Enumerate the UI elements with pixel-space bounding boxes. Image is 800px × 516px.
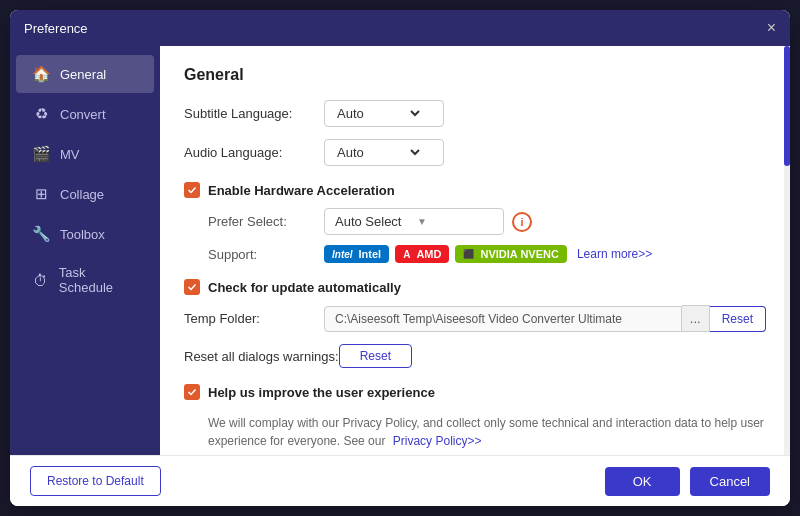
reset-dialogs-button[interactable]: Reset [339, 344, 412, 368]
audio-language-select[interactable]: Auto [324, 139, 444, 166]
restore-default-button[interactable]: Restore to Default [30, 466, 161, 496]
sidebar-item-label: Task Schedule [59, 265, 138, 295]
amd-badge: A AMD [395, 245, 449, 263]
subtitle-language-row: Subtitle Language: Auto [184, 100, 766, 127]
prefer-select-label: Prefer Select: [208, 214, 324, 229]
chevron-down-icon: ▼ [417, 216, 493, 227]
footer-right: OK Cancel [605, 467, 770, 496]
preference-window: Preference × 🏠 General ♻ Convert 🎬 MV ⊞ … [10, 10, 790, 506]
intel-icon: Intel [332, 249, 353, 260]
prefer-select-box[interactable]: Auto Select ▼ [324, 208, 504, 235]
check-update-label: Check for update automatically [208, 280, 401, 295]
intel-label: Intel [359, 248, 382, 260]
audio-language-label: Audio Language: [184, 145, 324, 160]
checkmark-icon [187, 185, 197, 195]
prefer-select-wrap: Auto Select ▼ i [324, 208, 532, 235]
privacy-policy-link[interactable]: Privacy Policy>> [393, 434, 482, 448]
prefer-select-row: Prefer Select: Auto Select ▼ i [184, 208, 766, 235]
check-update-checkbox[interactable] [184, 279, 200, 295]
sidebar-item-toolbox[interactable]: 🔧 Toolbox [16, 215, 154, 253]
sidebar-item-label: Collage [60, 187, 104, 202]
temp-folder-browse-button[interactable]: ... [682, 305, 710, 332]
info-icon[interactable]: i [512, 212, 532, 232]
hardware-accel-row: Enable Hardware Acceleration [184, 182, 766, 198]
amd-label: AMD [416, 248, 441, 260]
sidebar-item-convert[interactable]: ♻ Convert [16, 95, 154, 133]
help-improve-checkbox[interactable] [184, 384, 200, 400]
learn-more-link[interactable]: Learn more>> [577, 247, 652, 261]
reset-dialogs-label: Reset all dialogs warnings: [184, 349, 339, 364]
ok-button[interactable]: OK [605, 467, 680, 496]
check-update-row: Check for update automatically [184, 279, 766, 295]
window-title: Preference [24, 21, 88, 36]
temp-folder-label: Temp Folder: [184, 311, 324, 326]
mv-icon: 🎬 [32, 145, 50, 163]
sidebar-item-task-schedule[interactable]: ⏱ Task Schedule [16, 255, 154, 305]
cancel-button[interactable]: Cancel [690, 467, 770, 496]
nvidia-badge: ⬛ NVIDIA NVENC [455, 245, 566, 263]
sidebar: 🏠 General ♻ Convert 🎬 MV ⊞ Collage 🔧 Too… [10, 46, 160, 455]
scrollbar-track[interactable] [784, 46, 790, 455]
scrollbar-thumb[interactable] [784, 46, 790, 166]
section-title: General [184, 66, 766, 84]
subtitle-language-label: Subtitle Language: [184, 106, 324, 121]
hardware-accel-checkbox[interactable] [184, 182, 200, 198]
temp-folder-input[interactable] [324, 306, 682, 332]
temp-folder-reset-button[interactable]: Reset [710, 306, 766, 332]
help-improve-text: We will complay with our Privacy Policy,… [184, 414, 766, 450]
support-label: Support: [208, 247, 324, 262]
subtitle-language-select[interactable]: Auto [324, 100, 444, 127]
prefer-select-value: Auto Select [335, 214, 411, 229]
sidebar-item-label: General [60, 67, 106, 82]
sidebar-item-collage[interactable]: ⊞ Collage [16, 175, 154, 213]
hardware-accel-label: Enable Hardware Acceleration [208, 183, 395, 198]
help-improve-row: Help us improve the user experience [184, 384, 766, 400]
badge-group: Intel Intel A AMD ⬛ NVIDIA NVENC Learn m… [324, 245, 652, 263]
sidebar-item-general[interactable]: 🏠 General [16, 55, 154, 93]
reset-dialogs-row: Reset all dialogs warnings: Reset [184, 344, 766, 368]
collage-icon: ⊞ [32, 185, 50, 203]
checkmark-icon2 [187, 282, 197, 292]
subtitle-language-dropdown[interactable]: Auto [333, 105, 423, 122]
temp-folder-row: Temp Folder: ... Reset [184, 305, 766, 332]
audio-language-dropdown[interactable]: Auto [333, 144, 423, 161]
task-schedule-icon: ⏱ [32, 271, 49, 289]
sidebar-item-mv[interactable]: 🎬 MV [16, 135, 154, 173]
content-area: General Subtitle Language: Auto Audio La… [160, 46, 790, 455]
audio-language-row: Audio Language: Auto [184, 139, 766, 166]
intel-badge: Intel Intel [324, 245, 389, 263]
help-improve-label: Help us improve the user experience [208, 385, 435, 400]
toolbox-icon: 🔧 [32, 225, 50, 243]
sidebar-item-label: MV [60, 147, 80, 162]
main-content: 🏠 General ♻ Convert 🎬 MV ⊞ Collage 🔧 Too… [10, 46, 790, 455]
nvidia-label: NVIDIA NVENC [480, 248, 558, 260]
home-icon: 🏠 [32, 65, 50, 83]
convert-icon: ♻ [32, 105, 50, 123]
amd-icon: A [403, 249, 410, 260]
nvidia-icon: ⬛ [463, 249, 474, 259]
footer-bar: Restore to Default OK Cancel [10, 455, 790, 506]
sidebar-item-label: Toolbox [60, 227, 105, 242]
titlebar: Preference × [10, 10, 790, 46]
help-text-content: We will complay with our Privacy Policy,… [208, 416, 764, 448]
support-row: Support: Intel Intel A AMD ⬛ NVIDIA NVEN… [184, 245, 766, 263]
sidebar-item-label: Convert [60, 107, 106, 122]
close-button[interactable]: × [767, 20, 776, 36]
checkmark-icon3 [187, 387, 197, 397]
